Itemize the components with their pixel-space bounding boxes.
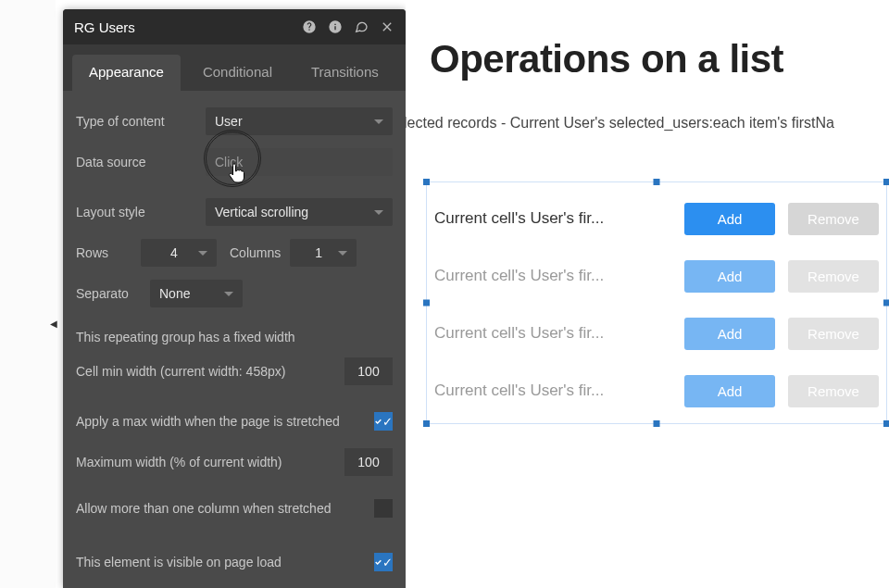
- columns-value: 1: [315, 245, 322, 260]
- chevron-down-icon: [374, 119, 383, 124]
- page-title: Operations on a list: [430, 37, 889, 81]
- repeating-group[interactable]: Current cell's User's fir... Add Remove …: [426, 181, 887, 424]
- list-item: Current cell's User's fir... Add Remove: [434, 362, 879, 419]
- visible-page-load-label: This element is visible on page load: [76, 555, 374, 569]
- cell-min-width-input[interactable]: [344, 357, 393, 385]
- property-editor-panel: RG Users Appearance Conditional Transiti…: [63, 9, 406, 588]
- info-icon[interactable]: [328, 19, 343, 34]
- rows-label: Rows: [76, 245, 131, 260]
- remove-button: Remove: [788, 375, 879, 407]
- add-button: Add: [684, 260, 775, 293]
- add-button: Add: [684, 318, 775, 350]
- remove-button: Remove: [788, 260, 879, 293]
- layout-style-value: Vertical scrolling: [215, 205, 308, 219]
- remove-button[interactable]: Remove: [788, 203, 879, 235]
- fixed-width-text: This repeating group has a fixed width: [76, 330, 393, 344]
- type-of-content-dropdown[interactable]: User: [206, 107, 393, 135]
- list-item: Current cell's User's fir... Add Remove: [434, 305, 879, 362]
- data-source-label: Data source: [76, 155, 206, 169]
- selected-records-expression[interactable]: lected records - Current User's selected…: [404, 115, 889, 131]
- panel-title: RG Users: [74, 19, 135, 35]
- tabs: Appearance Conditional Transitions: [63, 44, 406, 91]
- add-button[interactable]: Add: [684, 203, 775, 235]
- cell-user-firstname: Current cell's User's fir...: [434, 382, 671, 400]
- separator-label: Separato: [76, 286, 141, 301]
- cell-user-firstname[interactable]: Current cell's User's fir...: [434, 209, 671, 228]
- apply-max-width-checkbox[interactable]: [374, 412, 393, 431]
- chevron-down-icon: [224, 292, 233, 296]
- type-of-content-value: User: [215, 114, 243, 129]
- tab-transitions[interactable]: Transitions: [294, 55, 395, 91]
- collapse-icon[interactable]: ◀: [50, 319, 57, 329]
- list-item[interactable]: Current cell's User's fir... Add Remove: [434, 190, 879, 247]
- visible-page-load-checkbox[interactable]: [374, 553, 393, 571]
- apply-max-width-label: Apply a max width when the page is stret…: [76, 414, 374, 429]
- chevron-down-icon: [374, 210, 383, 215]
- resize-handle[interactable]: [883, 300, 889, 307]
- cell-user-firstname: Current cell's User's fir...: [434, 267, 671, 285]
- cell-min-width-label: Cell min width (current width: 458px): [76, 364, 335, 379]
- layout-style-dropdown[interactable]: Vertical scrolling: [206, 198, 393, 226]
- comment-icon[interactable]: [354, 19, 369, 34]
- columns-label: Columns: [230, 245, 281, 260]
- tab-conditional[interactable]: Conditional: [186, 55, 289, 91]
- max-width-input[interactable]: [344, 448, 393, 476]
- panel-header[interactable]: RG Users: [63, 9, 406, 44]
- resize-handle[interactable]: [423, 420, 430, 427]
- close-icon[interactable]: [380, 19, 394, 34]
- layout-style-label: Layout style: [76, 205, 206, 219]
- allow-more-col-checkbox[interactable]: [374, 499, 393, 518]
- rows-value: 4: [170, 245, 178, 260]
- resize-handle[interactable]: [654, 179, 660, 185]
- cell-user-firstname: Current cell's User's fir...: [434, 324, 671, 343]
- help-icon[interactable]: [302, 19, 317, 34]
- resize-handle[interactable]: [423, 179, 430, 185]
- tab-appearance[interactable]: Appearance: [72, 55, 181, 91]
- columns-dropdown[interactable]: 1: [290, 239, 357, 267]
- resize-handle[interactable]: [654, 420, 660, 427]
- separator-dropdown[interactable]: None: [150, 280, 243, 307]
- resize-handle[interactable]: [423, 300, 430, 307]
- chevron-down-icon: [198, 251, 207, 256]
- add-button: Add: [684, 375, 775, 407]
- data-source-input[interactable]: Click: [206, 148, 393, 176]
- list-item: Current cell's User's fir... Add Remove: [434, 247, 879, 305]
- allow-more-col-label: Allow more than one column when stretche…: [76, 501, 374, 516]
- resize-handle[interactable]: [883, 420, 889, 427]
- rows-dropdown[interactable]: 4: [141, 239, 217, 267]
- remove-button: Remove: [788, 318, 879, 350]
- data-source-value: Click: [215, 155, 243, 169]
- chevron-down-icon: [338, 251, 347, 256]
- resize-handle[interactable]: [883, 179, 889, 185]
- type-of-content-label: Type of content: [76, 114, 206, 129]
- max-width-label: Maximum width (% of current width): [76, 455, 335, 469]
- separator-value: None: [159, 286, 190, 301]
